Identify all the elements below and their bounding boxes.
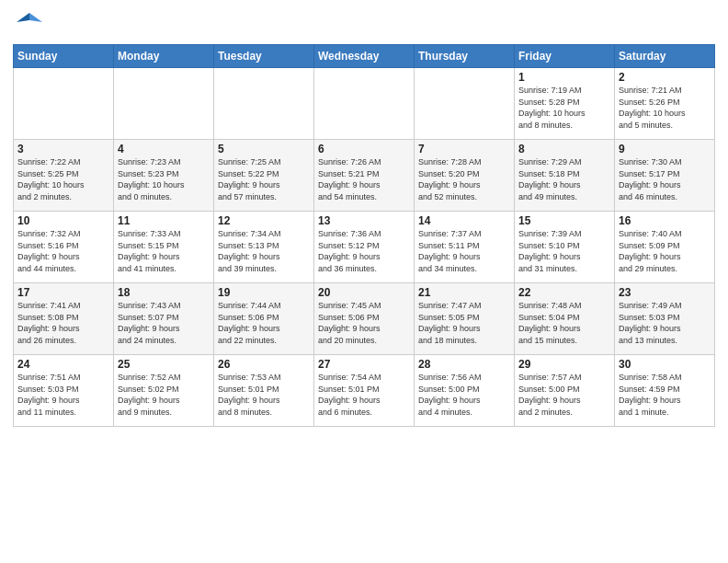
calendar-cell: 15Sunrise: 7:39 AM Sunset: 5:10 PM Dayli… [515, 212, 615, 283]
calendar-cell: 16Sunrise: 7:40 AM Sunset: 5:09 PM Dayli… [615, 212, 715, 283]
day-info: Sunrise: 7:54 AM Sunset: 5:01 PM Dayligh… [318, 372, 410, 418]
svg-marker-1 [17, 13, 29, 22]
day-info: Sunrise: 7:51 AM Sunset: 5:03 PM Dayligh… [17, 372, 109, 418]
calendar-cell: 26Sunrise: 7:53 AM Sunset: 5:01 PM Dayli… [214, 355, 314, 427]
calendar-cell: 30Sunrise: 7:58 AM Sunset: 4:59 PM Dayli… [615, 355, 715, 427]
svg-marker-0 [29, 13, 42, 22]
calendar-cell: 25Sunrise: 7:52 AM Sunset: 5:02 PM Dayli… [114, 355, 214, 427]
day-number: 18 [118, 286, 210, 299]
day-number: 20 [318, 286, 410, 299]
day-number: 16 [619, 214, 711, 227]
day-number: 17 [17, 286, 109, 299]
day-info: Sunrise: 7:23 AM Sunset: 5:23 PM Dayligh… [118, 156, 210, 202]
week-row-2: 3Sunrise: 7:22 AM Sunset: 5:25 PM Daylig… [14, 140, 715, 212]
day-number: 21 [418, 286, 510, 299]
day-info: Sunrise: 7:44 AM Sunset: 5:06 PM Dayligh… [218, 300, 310, 346]
week-row-1: 1Sunrise: 7:19 AM Sunset: 5:28 PM Daylig… [14, 68, 715, 140]
day-number: 13 [318, 214, 410, 227]
calendar-cell: 3Sunrise: 7:22 AM Sunset: 5:25 PM Daylig… [14, 140, 114, 212]
day-number: 7 [418, 143, 510, 155]
calendar-cell: 10Sunrise: 7:32 AM Sunset: 5:16 PM Dayli… [14, 212, 114, 283]
calendar-cell: 17Sunrise: 7:41 AM Sunset: 5:08 PM Dayli… [14, 283, 114, 355]
day-number: 1 [518, 71, 610, 84]
calendar-cell: 1Sunrise: 7:19 AM Sunset: 5:28 PM Daylig… [515, 68, 615, 140]
week-row-3: 10Sunrise: 7:32 AM Sunset: 5:16 PM Dayli… [14, 212, 715, 283]
calendar-cell: 24Sunrise: 7:51 AM Sunset: 5:03 PM Dayli… [14, 355, 114, 427]
day-info: Sunrise: 7:22 AM Sunset: 5:25 PM Dayligh… [17, 156, 109, 202]
day-number: 14 [418, 214, 510, 227]
day-info: Sunrise: 7:45 AM Sunset: 5:06 PM Dayligh… [318, 300, 410, 346]
calendar-cell: 20Sunrise: 7:45 AM Sunset: 5:06 PM Dayli… [314, 283, 415, 355]
calendar-cell: 7Sunrise: 7:28 AM Sunset: 5:20 PM Daylig… [415, 140, 515, 212]
calendar-cell: 21Sunrise: 7:47 AM Sunset: 5:05 PM Dayli… [415, 283, 515, 355]
day-info: Sunrise: 7:34 AM Sunset: 5:13 PM Dayligh… [218, 228, 310, 274]
day-number: 12 [218, 214, 310, 227]
day-number: 22 [518, 286, 610, 299]
calendar-cell: 12Sunrise: 7:34 AM Sunset: 5:13 PM Dayli… [214, 212, 314, 283]
day-info: Sunrise: 7:21 AM Sunset: 5:26 PM Dayligh… [619, 85, 711, 131]
logo-bird-icon [17, 9, 42, 39]
day-info: Sunrise: 7:25 AM Sunset: 5:22 PM Dayligh… [218, 156, 310, 202]
day-number: 4 [118, 143, 210, 155]
day-info: Sunrise: 7:28 AM Sunset: 5:20 PM Dayligh… [418, 156, 510, 202]
day-number: 2 [619, 71, 711, 84]
day-number: 29 [518, 358, 610, 371]
calendar-cell: 11Sunrise: 7:33 AM Sunset: 5:15 PM Dayli… [114, 212, 214, 283]
calendar-cell [14, 68, 114, 140]
calendar-cell: 19Sunrise: 7:44 AM Sunset: 5:06 PM Dayli… [214, 283, 314, 355]
day-number: 26 [218, 358, 310, 371]
weekday-header-tuesday: Tuesday [214, 45, 314, 68]
weekday-header-row: SundayMondayTuesdayWednesdayThursdayFrid… [14, 45, 715, 68]
weekday-header-wednesday: Wednesday [314, 45, 415, 68]
day-info: Sunrise: 7:47 AM Sunset: 5:05 PM Dayligh… [418, 300, 510, 346]
weekday-header-sunday: Sunday [14, 45, 114, 68]
day-info: Sunrise: 7:32 AM Sunset: 5:16 PM Dayligh… [17, 228, 109, 274]
week-row-5: 24Sunrise: 7:51 AM Sunset: 5:03 PM Dayli… [14, 355, 715, 427]
calendar-cell [415, 68, 515, 140]
week-row-4: 17Sunrise: 7:41 AM Sunset: 5:08 PM Dayli… [14, 283, 715, 355]
day-info: Sunrise: 7:30 AM Sunset: 5:17 PM Dayligh… [619, 156, 711, 202]
calendar-cell: 27Sunrise: 7:54 AM Sunset: 5:01 PM Dayli… [314, 355, 415, 427]
day-info: Sunrise: 7:19 AM Sunset: 5:28 PM Dayligh… [518, 85, 610, 131]
calendar-cell: 4Sunrise: 7:23 AM Sunset: 5:23 PM Daylig… [114, 140, 214, 212]
day-info: Sunrise: 7:49 AM Sunset: 5:03 PM Dayligh… [619, 300, 711, 346]
weekday-header-thursday: Thursday [415, 45, 515, 68]
calendar-cell [314, 68, 415, 140]
calendar-cell: 13Sunrise: 7:36 AM Sunset: 5:12 PM Dayli… [314, 212, 415, 283]
day-number: 10 [17, 214, 109, 227]
calendar-cell: 28Sunrise: 7:56 AM Sunset: 5:00 PM Dayli… [415, 355, 515, 427]
header [13, 9, 715, 39]
day-number: 8 [518, 143, 610, 155]
calendar-cell: 8Sunrise: 7:29 AM Sunset: 5:18 PM Daylig… [515, 140, 615, 212]
calendar-cell: 29Sunrise: 7:57 AM Sunset: 5:00 PM Dayli… [515, 355, 615, 427]
day-number: 3 [17, 143, 109, 155]
calendar-cell: 18Sunrise: 7:43 AM Sunset: 5:07 PM Dayli… [114, 283, 214, 355]
calendar-cell [114, 68, 214, 140]
day-info: Sunrise: 7:26 AM Sunset: 5:21 PM Dayligh… [318, 156, 410, 202]
day-info: Sunrise: 7:58 AM Sunset: 4:59 PM Dayligh… [619, 372, 711, 418]
day-info: Sunrise: 7:43 AM Sunset: 5:07 PM Dayligh… [118, 300, 210, 346]
day-info: Sunrise: 7:56 AM Sunset: 5:00 PM Dayligh… [418, 372, 510, 418]
day-info: Sunrise: 7:36 AM Sunset: 5:12 PM Dayligh… [318, 228, 410, 274]
weekday-header-saturday: Saturday [615, 45, 715, 68]
day-number: 19 [218, 286, 310, 299]
day-number: 23 [619, 286, 711, 299]
day-number: 9 [619, 143, 711, 155]
calendar-cell: 9Sunrise: 7:30 AM Sunset: 5:17 PM Daylig… [615, 140, 715, 212]
weekday-header-monday: Monday [114, 45, 214, 68]
day-info: Sunrise: 7:52 AM Sunset: 5:02 PM Dayligh… [118, 372, 210, 418]
day-info: Sunrise: 7:40 AM Sunset: 5:09 PM Dayligh… [619, 228, 711, 274]
day-info: Sunrise: 7:39 AM Sunset: 5:10 PM Dayligh… [518, 228, 610, 274]
day-info: Sunrise: 7:29 AM Sunset: 5:18 PM Dayligh… [518, 156, 610, 202]
day-number: 11 [118, 214, 210, 227]
day-info: Sunrise: 7:41 AM Sunset: 5:08 PM Dayligh… [17, 300, 109, 346]
day-number: 27 [318, 358, 410, 371]
day-info: Sunrise: 7:37 AM Sunset: 5:11 PM Dayligh… [418, 228, 510, 274]
day-number: 24 [17, 358, 109, 371]
calendar-cell: 22Sunrise: 7:48 AM Sunset: 5:04 PM Dayli… [515, 283, 615, 355]
calendar-cell: 23Sunrise: 7:49 AM Sunset: 5:03 PM Dayli… [615, 283, 715, 355]
calendar-cell: 5Sunrise: 7:25 AM Sunset: 5:22 PM Daylig… [214, 140, 314, 212]
day-info: Sunrise: 7:53 AM Sunset: 5:01 PM Dayligh… [218, 372, 310, 418]
calendar-cell: 14Sunrise: 7:37 AM Sunset: 5:11 PM Dayli… [415, 212, 515, 283]
day-number: 25 [118, 358, 210, 371]
